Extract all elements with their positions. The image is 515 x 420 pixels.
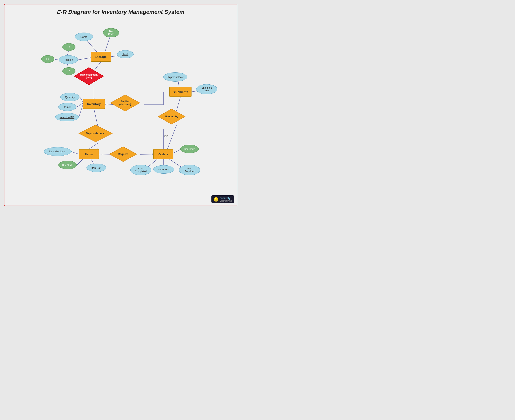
entity-shipments: Shipments xyxy=(169,87,192,97)
attr-quantity: Quantity xyxy=(60,93,79,101)
attr-name: Name xyxy=(75,33,93,41)
attr-date-completed: DateCompleted xyxy=(130,165,151,175)
entity-orders: Orders xyxy=(153,149,173,159)
svg-line-29 xyxy=(173,149,180,153)
logo-box: 💡 creately Diagramming xyxy=(211,195,234,203)
attr-l2: L2 xyxy=(41,55,54,63)
svg-line-11 xyxy=(79,105,83,117)
diamond-request: Request xyxy=(109,146,137,162)
text-label: text xyxy=(164,135,168,137)
svg-line-9 xyxy=(80,97,83,102)
attr-item-desc: Item_discription xyxy=(44,147,72,156)
svg-line-25 xyxy=(140,154,153,154)
diagram-title: E-R Diagram for Inventory Management Sys… xyxy=(4,4,237,17)
attr-barcode-items: Bar Code xyxy=(58,161,77,169)
attr-position: Position xyxy=(59,55,78,64)
diamond-replenishment: Replenishment(add) xyxy=(74,67,104,85)
svg-line-5 xyxy=(55,60,59,60)
attr-barcode-orders: Bar Code xyxy=(180,145,199,153)
diagram-container: E-R Diagram for Inventory Management Sys… xyxy=(4,4,237,206)
attr-shipment-date: Shipment Date xyxy=(163,72,187,82)
svg-line-18 xyxy=(167,125,177,149)
logo-bulb-icon: 💡 xyxy=(214,197,218,202)
attr-l1: L1 xyxy=(62,43,76,51)
attr-l3: L3 xyxy=(62,67,76,75)
diamond-to-provide: To provide detail xyxy=(78,125,113,142)
svg-line-20 xyxy=(89,143,98,149)
attr-inventoryid: InventoryID# xyxy=(55,113,79,121)
logo-text: creately Diagramming xyxy=(220,196,232,202)
entity-items: Items xyxy=(79,149,99,159)
svg-line-21 xyxy=(71,151,79,154)
attr-itemid: ItemID xyxy=(58,103,77,111)
entity-storage: Storage xyxy=(91,52,111,62)
attr-date-required: DateRequired xyxy=(179,165,200,175)
svg-line-22 xyxy=(77,159,83,165)
diamond-supplied: Suplied(discount) xyxy=(110,94,140,112)
attr-order-no: OrederNo xyxy=(153,165,174,174)
entity-inventory: Inventory xyxy=(83,99,105,109)
attr-itemno: ItemNo# xyxy=(86,164,106,172)
svg-line-10 xyxy=(77,103,83,107)
attr-sno: Sno# xyxy=(117,50,134,58)
svg-line-3 xyxy=(78,58,91,60)
attr-barcode-storage: BarCode xyxy=(103,28,119,37)
svg-line-19 xyxy=(94,109,98,127)
attr-shipment-no: ShipmentNo# xyxy=(196,84,217,94)
diamond-needed-by: Needed by xyxy=(158,109,185,125)
